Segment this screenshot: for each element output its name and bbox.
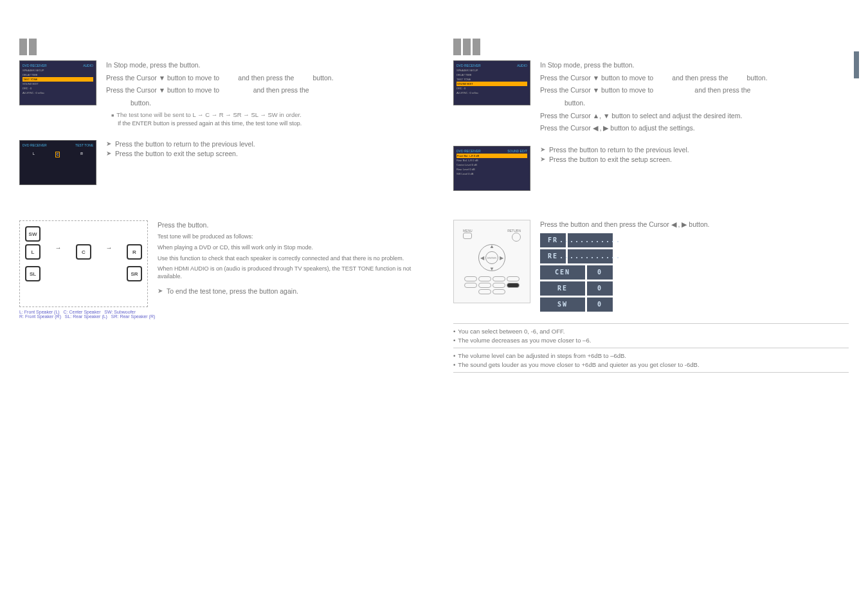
osd-item: AV-SYNC : 0 mSec [23, 91, 93, 95]
diagram-legend: L: Front Speaker (L) C: Center Speaker S… [19, 310, 158, 319]
manual-sub: When HDMI AUDIO is on (audio is produced… [158, 265, 415, 280]
osd-subtitle: AUDIO [517, 64, 527, 68]
osd-subtitle: AUDIO [83, 64, 93, 68]
section-tab-indicator [854, 51, 859, 78]
osd-item: Rear Level 0 dB [457, 167, 527, 172]
arrow-icon: → [106, 244, 113, 260]
up-arrow-icon[interactable]: ▲ [489, 244, 494, 249]
osd-item: SPEAKER SETUP [457, 68, 527, 73]
note: If the ENTER button is pressed again at … [118, 120, 415, 128]
osd-item: DRC : 0 [457, 86, 527, 91]
osd-subtitle: SOUND EDIT [507, 149, 527, 154]
osd-screenshot-testtone: DVD RECEIVER TEST TONE L C R [19, 140, 96, 185]
speaker-sw-icon: SW [25, 226, 41, 242]
tab-marker [473, 39, 480, 55]
osd-item: Center Level 0 dB [457, 163, 527, 167]
osd-item-selected: TEST TONE [23, 77, 93, 82]
step-text: Press the Cursor ▼ button to move to [106, 86, 219, 94]
speaker-r-icon: R [127, 244, 142, 260]
speaker-diagram-container: SW L → C → R SL SR L: Front Speak [19, 220, 158, 319]
note-text: Press the button to exit the setup scree… [549, 155, 672, 163]
note-text: Press the button to return to the previo… [549, 146, 689, 154]
menu-button[interactable] [463, 233, 472, 239]
remote-btn[interactable] [464, 283, 477, 288]
right-arrow-icon[interactable]: ▶ [500, 255, 503, 261]
info-line: The volume level can be adjusted in step… [453, 352, 849, 359]
exit-note: ➤ Press the button to exit the setup scr… [106, 150, 415, 157]
remote-btn[interactable] [478, 276, 491, 281]
down-arrow-icon[interactable]: ▼ [489, 266, 494, 272]
remote-btn[interactable] [507, 276, 520, 281]
page-spread: ⊕ DVD RECEIVER AUDIO SPEAKER SETUP DELAY… [0, 0, 868, 613]
legend-item: C: Center Speaker [63, 310, 100, 314]
tab-marker [29, 39, 37, 55]
display-readouts: FR ............ RE ............ CEN 0 RE… [540, 233, 849, 312]
remote-btn[interactable] [493, 289, 505, 294]
display-cell: 0 [587, 265, 613, 280]
remote-btn[interactable] [464, 276, 477, 281]
remote-function-buttons [460, 276, 524, 294]
step-3b: button. [540, 98, 849, 108]
section-tabs [453, 39, 849, 55]
osd-subtitle: TEST TONE [75, 143, 93, 148]
info-line: The volume decreases as you move closer … [453, 337, 849, 344]
osd-title: DVD RECEIVER [457, 64, 481, 68]
manual-step: Press the button. [158, 220, 415, 230]
step-3: Press the Cursor ▼ button to move to and… [540, 85, 849, 95]
arrow-icon: → [55, 244, 62, 260]
step-text: and then press the [238, 74, 294, 82]
display-cell: ............ [568, 233, 613, 247]
osd-title: DVD RECEIVER [457, 149, 481, 154]
remote-btn[interactable] [478, 289, 491, 294]
left-page: ⊕ DVD RECEIVER AUDIO SPEAKER SETUP DELAY… [0, 0, 434, 613]
remote-btn[interactable] [493, 283, 505, 288]
osd-item: TEST TONE [457, 77, 527, 82]
osd-screenshot-audio: DVD RECEIVER AUDIO SPEAKER SETUP DELAY T… [453, 60, 530, 105]
chevron-icon: ➤ [106, 140, 111, 147]
step-1: In Stop mode, press the button. [540, 60, 849, 70]
step-text: and then press the [253, 86, 309, 94]
step-text: Press the Cursor ▼ button to move to [106, 74, 219, 82]
speaker-diagram: SW L → C → R SL SR [19, 220, 148, 307]
right-page: ⊕ ⊕ DVD RECEIVER AUDIO SPEAKER SETUP DEL… [434, 0, 868, 613]
sound-edit-button[interactable] [507, 283, 520, 288]
osd-screenshot-audio: DVD RECEIVER AUDIO SPEAKER SETUP DELAY T… [19, 60, 96, 105]
osd-title: DVD RECEIVER [23, 64, 47, 68]
manual-sub: Use this function to check that each spe… [158, 255, 415, 263]
osd-item: SOUND EDIT [23, 82, 93, 86]
display-cell: RE [540, 281, 585, 296]
left-arrow-icon[interactable]: ◀ [480, 255, 484, 261]
legend-item: R: Front Speaker (R) [19, 314, 61, 319]
step-3: Press the Cursor ▼ button to move to and… [106, 85, 415, 95]
osd-item: DELAY TIME [457, 73, 527, 77]
legend-item: SL: Rear Speaker (L) [65, 314, 107, 319]
osd-item: AV-SYNC : 0 mSec [457, 91, 527, 95]
speaker-sl-icon: SL [25, 266, 41, 281]
step-2: Press the Cursor ▼ button to move to and… [540, 73, 849, 83]
display-cell: SW [540, 298, 585, 312]
dpad[interactable]: ▲ ▼ ◀ ▶ ENTER [478, 244, 505, 271]
step-3b: button. [106, 98, 415, 108]
display-cell: CEN [540, 265, 585, 280]
return-button[interactable] [512, 233, 521, 242]
step-4: Press the Cursor ▲, ▼ button to select a… [540, 111, 849, 121]
return-note: ➤ Press the button to return to the prev… [540, 146, 849, 154]
osd-item: DELAY TIME [23, 73, 93, 77]
note-text: Press the button to return to the previo… [115, 140, 255, 148]
osd-item: DRC : 0 [23, 86, 93, 91]
chevron-icon: ➤ [540, 146, 545, 153]
display-cell: 0 [587, 281, 613, 296]
chevron-icon: ➤ [158, 287, 163, 294]
chevron-icon: ➤ [106, 150, 111, 157]
manual-step: Press the button and then press the Curs… [540, 220, 849, 229]
step-5: Press the Cursor ◀ , ▶ button to adjust … [540, 123, 849, 133]
osd-item: SPEAKER SETUP [23, 68, 93, 73]
remote-btn[interactable] [493, 276, 505, 281]
info-line: The sound gets louder as you move closer… [453, 361, 849, 368]
remote-btn[interactable] [478, 283, 491, 288]
osd-title: DVD RECEIVER [23, 143, 47, 148]
step-text: and then press the [694, 86, 750, 94]
step-1: In Stop mode, press the button. [106, 60, 415, 70]
enter-button[interactable]: ENTER [485, 251, 498, 264]
step-text: button. [313, 74, 334, 82]
